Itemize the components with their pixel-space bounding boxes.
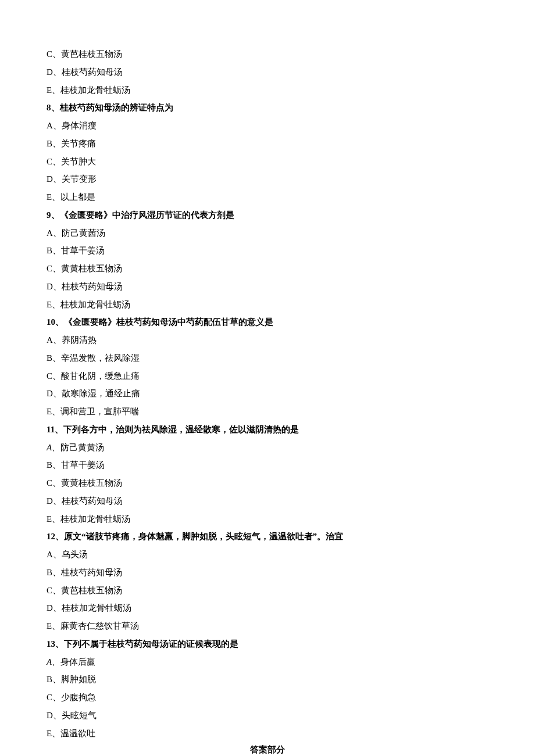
option-line: D、桂枝加龙骨牡蛎汤 [47, 599, 488, 617]
option-label: B、 [47, 246, 61, 255]
option-text: 黄黄桂枝五物汤 [61, 478, 122, 488]
option-label: A、 [47, 657, 60, 667]
option-label: E、 [47, 85, 60, 95]
option-text: 身体消瘦 [62, 121, 97, 130]
option-line: B、辛温发散，祛风除湿 [47, 349, 488, 367]
option-line: C、黄黄桂枝五物汤 [47, 260, 488, 278]
question-text: 下列各方中，治则为祛风除湿，温经散寒，佐以滋阴清热的是 [63, 425, 299, 434]
option-label: D、 [47, 389, 62, 398]
option-text: 甘草干姜汤 [61, 460, 105, 470]
option-label: E、 [47, 192, 60, 202]
option-text: 黄芭桂枝五物汤 [61, 49, 122, 59]
option-text: 调和营卫，宣肺平喘 [60, 407, 139, 416]
option-label: D、 [47, 711, 62, 720]
option-label: C、 [47, 264, 61, 273]
option-line: E、温温欲吐 [47, 725, 488, 743]
option-label: A、 [47, 443, 60, 452]
option-label: D、 [47, 603, 62, 612]
option-label: B、 [47, 139, 61, 148]
option-text: 黄芭桂枝五物汤 [61, 586, 122, 595]
option-text: 关节变形 [62, 174, 97, 184]
option-line: D、桂枝芍药知母汤 [47, 492, 488, 510]
option-label: A、 [47, 228, 62, 238]
option-line: C、少腹拘急 [47, 689, 488, 707]
option-label: A、 [47, 121, 62, 130]
option-text: 桂枝加龙骨牡蛎汤 [62, 603, 131, 612]
option-text: 关节疼痛 [61, 139, 96, 148]
option-text: 散寒除湿，通经止痛 [62, 389, 140, 398]
option-line: A、身体后羸 [47, 653, 488, 671]
option-text: 桂枝加龙骨牡蛎汤 [60, 300, 130, 309]
option-label: E、 [47, 514, 60, 524]
question-number: 10、 [47, 317, 64, 327]
option-text: 酸甘化阴，缓急止痛 [61, 371, 140, 381]
option-label: B、 [47, 568, 61, 577]
option-line: B、脚肿如脱 [47, 671, 488, 689]
option-line: A、养阴清热 [47, 331, 488, 349]
question-stem: 8、桂枝芍药知母汤的辨证特点为 [47, 99, 488, 117]
option-line: E、以上都是 [47, 188, 488, 206]
question-text: 原文“诸肢节疼痛，身体魅羸，脚肿如脱，头眩短气，温温欲吐者”。治宜 [64, 532, 343, 541]
question-text: 桂枝芍药知母汤的辨证特点为 [60, 103, 173, 112]
option-line: E、桂枝加龙骨牡蛎汤 [47, 81, 488, 99]
option-text: 乌头汤 [62, 550, 88, 559]
option-text: 养阴清热 [62, 335, 97, 345]
option-line: E、桂枝加龙骨牡蛎汤 [47, 296, 488, 314]
question-text: 《金匮要略》桂枝芍药知母汤中芍药配伍甘草的意义是 [64, 317, 273, 327]
option-line: D、头眩短气 [47, 707, 488, 725]
question-number: 9、 [47, 210, 60, 220]
option-text: 桂枝芍药知母汤 [62, 67, 123, 77]
option-label: C、 [47, 49, 61, 59]
option-text: 甘草干姜汤 [61, 246, 105, 255]
option-label: D、 [47, 67, 62, 77]
option-text: 黄黄桂枝五物汤 [61, 264, 122, 273]
option-label: C、 [47, 371, 61, 381]
question-number: 13、 [47, 639, 64, 648]
option-line: D、桂枝芍药知母汤 [47, 63, 488, 81]
question-number: 11、 [47, 425, 63, 434]
answer-section-heading: 答案部分 [47, 744, 488, 756]
option-line: B、甘草干姜汤 [47, 456, 488, 474]
question-stem: 13、下列不属于桂枝芍药知母汤证的证候表现的是 [47, 635, 488, 653]
option-line: C、酸甘化阴，缓急止痛 [47, 367, 488, 385]
option-text: 桂枝加龙骨牡蛎汤 [60, 85, 130, 95]
option-label: E、 [47, 621, 60, 630]
option-line: C、黄黄桂枝五物汤 [47, 474, 488, 492]
option-line: D、散寒除湿，通经止痛 [47, 385, 488, 403]
option-text: 防己黄黄汤 [60, 443, 104, 452]
option-text: 麻黄杏仁慈饮甘草汤 [60, 621, 139, 630]
question-stem: 11、下列各方中，治则为祛风除湿，温经散寒，佐以滋阴清热的是 [47, 421, 488, 439]
option-line: A、身体消瘦 [47, 117, 488, 135]
option-text: 关节肿大 [61, 157, 96, 166]
option-label: B、 [47, 675, 61, 684]
document-page: C、黄芭桂枝五物汤 D、桂枝芍药知母汤 E、桂枝加龙骨牡蛎汤 8、桂枝芍药知母汤… [0, 0, 535, 756]
option-text: 温温欲吐 [60, 729, 95, 738]
option-line: E、桂枝加龙骨牡蛎汤 [47, 510, 488, 528]
option-text: 桂枝芍药知母汤 [62, 282, 123, 291]
question-number: 8、 [47, 103, 60, 112]
question-number: 12、 [47, 532, 64, 541]
option-line: B、桂枝芍药知母汤 [47, 564, 488, 582]
option-text: 脚肿如脱 [61, 675, 96, 684]
option-label: A、 [47, 335, 62, 345]
option-text: 桂枝芍药知母汤 [62, 496, 123, 506]
option-line: D、关节变形 [47, 170, 488, 188]
option-label: E、 [47, 729, 60, 738]
option-text: 防己黄茜汤 [62, 228, 105, 238]
option-line: B、关节疼痛 [47, 135, 488, 153]
option-line: A、乌头汤 [47, 546, 488, 564]
option-label: B、 [47, 460, 61, 470]
option-label: C、 [47, 157, 61, 166]
option-line: A、防己黄茜汤 [47, 224, 488, 242]
option-line: C、黄芭桂枝五物汤 [47, 582, 488, 600]
option-text: 头眩短气 [62, 711, 97, 720]
question-stem: 9、《金匮要略》中治疗风湿历节证的代表方剂是 [47, 206, 488, 224]
option-line: D、桂枝芍药知母汤 [47, 278, 488, 296]
option-text: 桂枝芍药知母汤 [61, 568, 122, 577]
option-label: E、 [47, 300, 60, 309]
option-label: D、 [47, 174, 62, 184]
option-line: B、甘草干姜汤 [47, 242, 488, 260]
option-text: 桂枝加龙骨牡蛎汤 [60, 514, 130, 524]
question-text: 下列不属于桂枝芍药知母汤证的证候表现的是 [64, 639, 238, 648]
option-line: E、调和营卫，宣肺平喘 [47, 403, 488, 421]
